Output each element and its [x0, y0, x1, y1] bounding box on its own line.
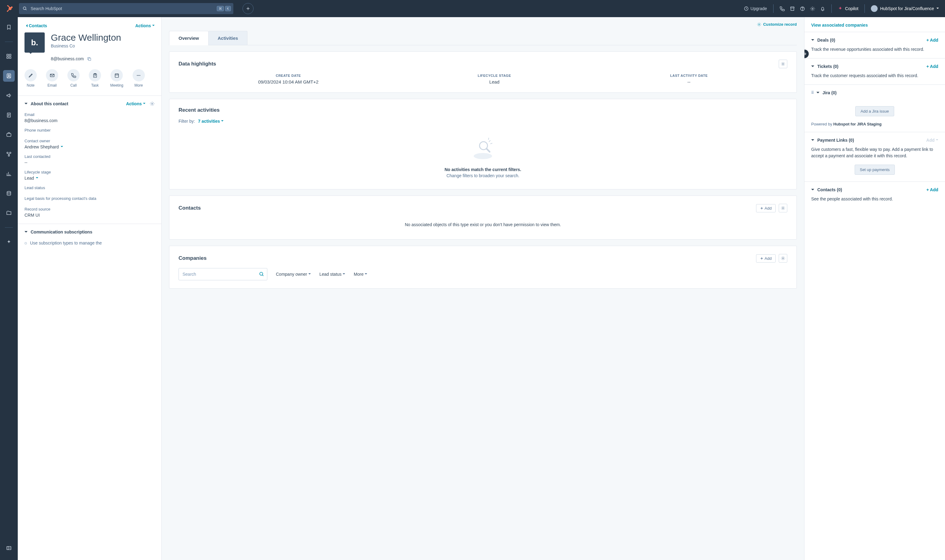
svg-point-8 — [812, 8, 813, 9]
copilot-label: Copilot — [845, 6, 859, 11]
search-shortcut: ⌘ K — [217, 6, 231, 11]
create-button[interactable] — [242, 3, 254, 14]
notifications-icon[interactable] — [820, 6, 825, 11]
settings-icon[interactable] — [810, 6, 815, 11]
marketplace-icon[interactable] — [790, 6, 795, 11]
phone-icon[interactable] — [780, 6, 785, 11]
global-search: ⌘ K — [19, 3, 233, 14]
help-icon[interactable] — [800, 6, 805, 11]
svg-point-3 — [7, 5, 8, 6]
chevron-down-icon — [936, 8, 939, 10]
hubspot-logo-icon[interactable] — [6, 5, 14, 12]
top-nav: ⌘ K Upgrade Copilot HubSpot for Jira/Con… — [0, 0, 945, 17]
workspace-switcher[interactable]: HubSpot for Jira/Confluence — [871, 5, 939, 12]
sparkle-icon — [838, 6, 843, 11]
copilot-link[interactable]: Copilot — [838, 6, 859, 11]
search-input[interactable] — [19, 3, 233, 14]
kbd-k: K — [225, 6, 231, 11]
svg-point-2 — [7, 11, 8, 12]
svg-point-4 — [23, 7, 26, 9]
search-icon — [23, 6, 27, 11]
avatar-icon — [871, 5, 878, 12]
workspace-label: HubSpot for Jira/Confluence — [880, 6, 934, 11]
upgrade-label: Upgrade — [751, 6, 767, 11]
svg-point-7 — [802, 9, 802, 10]
kbd-cmd: ⌘ — [217, 6, 224, 11]
upgrade-link[interactable]: Upgrade — [744, 6, 767, 11]
